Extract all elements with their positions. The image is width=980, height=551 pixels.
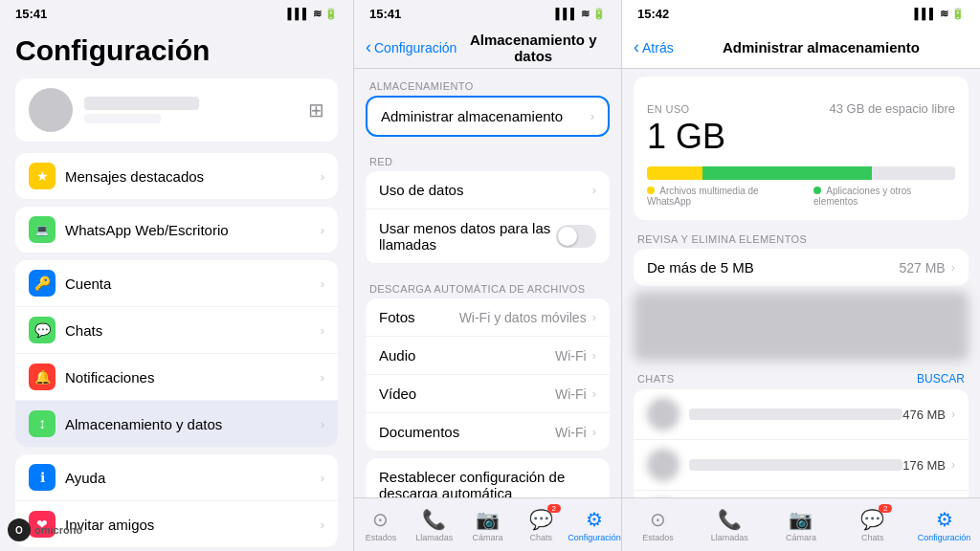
profile-sub <box>84 114 161 123</box>
buscar-button[interactable]: BUSCAR <box>917 372 965 386</box>
menu-label-mensajes: Mensajes destacados <box>65 168 311 185</box>
page-title: Configuración <box>15 34 338 67</box>
menu-item-almacenamiento[interactable]: ↕ Almacenamiento y datos › <box>15 401 338 447</box>
preview-blurred <box>634 292 969 361</box>
tab-estados-2[interactable]: ⊙ Estados <box>354 508 408 542</box>
chat-row[interactable]: 118 MB › <box>634 491 969 497</box>
section-almacenamiento-label: ALMACENAMIENTO <box>354 69 621 96</box>
tab-label-camara-2: Cámara <box>472 533 502 542</box>
camara-icon-3: 📷 <box>789 508 813 531</box>
video-chevron: › <box>592 386 596 401</box>
back-label-2: Configuración <box>374 40 457 55</box>
panel-configuracion: 15:41 ▌▌▌ ≋ 🔋 Configuración ⊞ ★ Mensajes… <box>0 0 354 551</box>
back-button-2[interactable]: ‹ Configuración <box>366 37 457 57</box>
chevron-web: › <box>321 223 324 237</box>
menu-item-notificaciones[interactable]: 🔔 Notificaciones › <box>15 354 338 401</box>
tab-estados-3[interactable]: ⊙ Estados <box>622 508 694 542</box>
storage-size: 1 GB <box>647 117 725 156</box>
chat-row[interactable]: 476 MB › <box>634 389 969 440</box>
tab-camara-2[interactable]: 📷 Cámara <box>461 508 515 542</box>
large-files-row[interactable]: De más de 5 MB 527 MB › <box>634 249 969 286</box>
audio-value: Wi-Fi <box>555 348 587 364</box>
chevron-ayuda: › <box>321 471 324 485</box>
menu-label-ayuda: Ayuda <box>65 470 311 486</box>
storage-info-box: En uso 1 GB 43 GB de espacio libre Archi… <box>634 77 969 220</box>
red-list: Uso de datos › Usar menos datos para las… <box>366 171 610 264</box>
chevron-invitar: › <box>321 518 324 532</box>
audio-chevron: › <box>592 348 596 363</box>
tab-label-estados-2: Estados <box>366 533 397 542</box>
large-files-chevron: › <box>951 260 955 275</box>
chat-row[interactable]: 176 MB › <box>634 440 969 491</box>
video-label: Vídeo <box>379 386 555 402</box>
chevron-notif: › <box>321 370 324 385</box>
menu-label-almacen: Almacenamiento y datos <box>65 416 311 432</box>
tab-label-camara-3: Cámara <box>786 533 816 542</box>
time-3: 15:42 <box>637 7 669 21</box>
audio-row[interactable]: Audio Wi-Fi › <box>366 337 610 375</box>
profile-name <box>84 97 199 110</box>
llamadas-icon-3: 📞 <box>718 508 742 531</box>
tab-label-estados-3: Estados <box>642 533 674 542</box>
menu-section-2: 💻 WhatsApp Web/Escritorio › <box>15 207 338 253</box>
status-bar-3: 15:42 ▌▌▌ ≋ 🔋 <box>622 0 980 27</box>
tab-config-3[interactable]: ⚙ Configuración <box>908 508 980 542</box>
estados-icon-2: ⊙ <box>372 508 389 531</box>
fotos-row[interactable]: Fotos Wi-Fi y datos móviles › <box>366 298 610 337</box>
menu-label-web: WhatsApp Web/Escritorio <box>65 222 311 238</box>
tab-llamadas-3[interactable]: 📞 Llamadas <box>694 508 766 542</box>
tab-llamadas-2[interactable]: 📞 Llamadas <box>408 508 461 542</box>
legend-apps: Aplicaciones y otros elementos <box>813 186 955 207</box>
chevron-cuenta: › <box>321 276 324 291</box>
menu-item-ayuda[interactable]: ℹ Ayuda › <box>15 454 338 501</box>
reset-label: Restablecer configuración de descarga au… <box>379 469 565 497</box>
back-button-3[interactable]: ‹ Atrás <box>634 37 674 57</box>
administrar-storage-row[interactable]: Administrar almacenamiento › <box>368 98 608 135</box>
status-icons-3: ▌▌▌ ≋ 🔋 <box>915 8 966 20</box>
menu-label-chats: Chats <box>65 322 311 339</box>
qr-icon[interactable]: ⊞ <box>308 99 324 121</box>
menu-item-web[interactable]: 💻 WhatsApp Web/Escritorio › <box>15 207 338 253</box>
administrar-row[interactable]: Administrar almacenamiento › <box>366 96 610 137</box>
reset-row[interactable]: Restablecer configuración de descarga au… <box>366 458 610 497</box>
chat-chevron: › <box>951 458 955 472</box>
tab-label-chats-3: Chats <box>861 533 884 542</box>
tab-chats-3[interactable]: 💬2 Chats <box>836 508 908 542</box>
audio-label: Audio <box>379 347 555 364</box>
omicrono-logo: O <box>8 518 31 541</box>
fotos-label: Fotos <box>379 309 459 325</box>
in-use-label: En uso <box>647 103 725 115</box>
video-row[interactable]: Vídeo Wi-Fi › <box>366 375 610 413</box>
time-2: 15:41 <box>369 7 401 21</box>
back-label-3: Atrás <box>642 40 674 55</box>
nav-title-2: Almacenamiento y datos <box>457 32 610 64</box>
profile-text <box>84 97 297 123</box>
menu-item-cuenta[interactable]: 🔑 Cuenta › <box>15 260 338 307</box>
tab-config-2[interactable]: ⚙ Configuración <box>568 508 621 542</box>
menu-item-mensajes[interactable]: ★ Mensajes destacados › <box>15 153 338 199</box>
chat-avatar <box>647 398 679 430</box>
menu-icon-cuenta: 🔑 <box>29 270 56 297</box>
panel-manage: 15:42 ▌▌▌ ≋ 🔋 ‹ Atrás Administrar almace… <box>622 0 980 551</box>
profile-row[interactable]: ⊞ <box>15 78 338 142</box>
menu-label-invitar: Invitar amigos <box>65 517 311 533</box>
config-icon-3: ⚙ <box>936 508 953 531</box>
dot-apps <box>813 187 821 194</box>
menu-icon-ayuda: ℹ <box>29 464 56 491</box>
section-descarga-label: DESCARGA AUTOMÁTICA DE ARCHIVOS <box>354 272 621 298</box>
omicrono-watermark: O omicrono <box>8 518 82 541</box>
menos-datos-toggle[interactable] <box>556 225 596 248</box>
chat-chevron: › <box>951 408 955 421</box>
config-header: Configuración <box>0 27 353 78</box>
status-icons-1: ▌▌▌ ≋ 🔋 <box>288 8 339 20</box>
documentos-row[interactable]: Documentos Wi-Fi › <box>366 413 610 451</box>
tab-chats-2[interactable]: 💬2 Chats <box>514 508 568 542</box>
menu-item-chats[interactable]: 💬 Chats › <box>15 307 338 354</box>
tab-camara-3[interactable]: 📷 Cámara <box>766 508 837 542</box>
avatar <box>29 88 73 132</box>
back-arrow-3: ‹ <box>634 37 639 57</box>
uso-datos-row[interactable]: Uso de datos › <box>366 171 610 209</box>
menos-datos-label: Usar menos datos para las llamadas <box>379 220 556 253</box>
time-1: 15:41 <box>15 7 47 21</box>
nav-bar-3: ‹ Atrás Administrar almacenamiento <box>622 27 980 69</box>
